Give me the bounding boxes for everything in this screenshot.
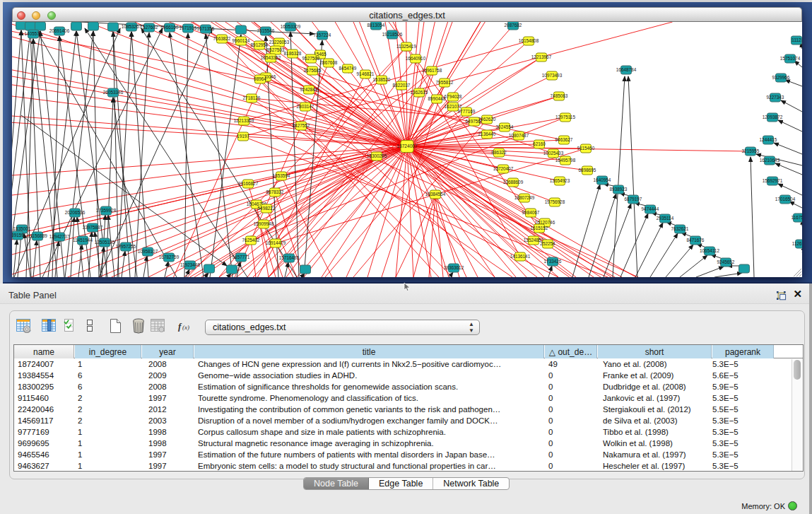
svg-text:26053346: 26053346 <box>103 90 124 95</box>
svg-text:19384554: 19384554 <box>425 192 446 197</box>
svg-text:18300295: 18300295 <box>367 153 387 158</box>
svg-text:8186328: 8186328 <box>284 51 302 56</box>
svg-text:12505135: 12505135 <box>95 240 115 245</box>
svg-text:9474444: 9474444 <box>642 206 659 211</box>
svg-text:2087682: 2087682 <box>505 23 522 28</box>
svg-text:6898695: 6898695 <box>579 168 596 173</box>
svg-text:33975887: 33975887 <box>83 225 103 230</box>
svg-text:18724007: 18724007 <box>396 144 418 148</box>
svg-text:16543362: 16543362 <box>261 55 281 60</box>
svg-text:15751074: 15751074 <box>780 56 801 61</box>
svg-text:13654923: 13654923 <box>550 178 570 183</box>
svg-text:9115460: 9115460 <box>577 146 595 151</box>
svg-text:1126753: 1126753 <box>792 241 802 246</box>
svg-text:1640954: 1640954 <box>594 177 611 182</box>
svg-text:16053309: 16053309 <box>281 24 301 29</box>
svg-text:6794028: 6794028 <box>445 94 462 99</box>
svg-text:20691406: 20691406 <box>49 28 70 33</box>
svg-text:1615152: 1615152 <box>531 226 548 230</box>
svg-text:8990448: 8990448 <box>428 96 446 101</box>
svg-text:7632621: 7632621 <box>671 226 689 231</box>
svg-text:17957255: 17957255 <box>116 244 136 249</box>
svg-text:8471676: 8471676 <box>687 238 705 243</box>
svg-text:18807249: 18807249 <box>514 195 535 200</box>
svg-text:8878332: 8878332 <box>266 189 284 194</box>
svg-text:8322037: 8322037 <box>393 83 411 88</box>
svg-text:7515546: 7515546 <box>257 28 275 33</box>
svg-text:9329966: 9329966 <box>772 75 790 80</box>
svg-text:9227343: 9227343 <box>767 95 784 100</box>
svg-text:9245652: 9245652 <box>717 259 735 264</box>
svg-text:1538520: 1538520 <box>373 77 391 82</box>
svg-text:16961758: 16961758 <box>422 68 442 73</box>
svg-text:17016504: 17016504 <box>775 197 796 201</box>
svg-text:3215955: 3215955 <box>742 148 760 153</box>
svg-text:9527503: 9527503 <box>267 47 285 52</box>
svg-text:10654112: 10654112 <box>700 248 719 253</box>
svg-text:6966160: 6966160 <box>161 25 179 30</box>
svg-text:6879197: 6879197 <box>625 197 642 201</box>
svg-text:15495798: 15495798 <box>555 158 576 163</box>
svg-text:2718126: 2718126 <box>243 95 261 100</box>
svg-text:1362615: 1362615 <box>411 90 428 95</box>
svg-text:7955812: 7955812 <box>436 80 454 85</box>
svg-text:2803147: 2803147 <box>297 104 314 109</box>
svg-text:98964: 98964 <box>254 76 266 81</box>
svg-text:16210643: 16210643 <box>760 158 780 163</box>
svg-text:17359928: 17359928 <box>96 208 117 213</box>
svg-text:8912954: 8912954 <box>251 42 269 47</box>
svg-text:886322: 886322 <box>491 150 507 155</box>
svg-text:116753: 116753 <box>792 215 802 220</box>
svg-text:62160: 62160 <box>533 141 546 146</box>
svg-text:9657771: 9657771 <box>233 255 250 259</box>
svg-text:9984067: 9984067 <box>522 210 540 215</box>
svg-text:10958107: 10958107 <box>138 249 158 254</box>
svg-text:14136141: 14136141 <box>510 254 531 259</box>
svg-text:16648784: 16648784 <box>616 67 637 72</box>
svg-text:15720407: 15720407 <box>493 166 514 171</box>
svg-text:9960124: 9960124 <box>233 38 250 43</box>
svg-text:15716485: 15716485 <box>279 255 300 260</box>
svg-text:15692971: 15692971 <box>763 178 783 183</box>
svg-text:16782759: 16782759 <box>159 255 180 259</box>
svg-text:19218506: 19218506 <box>382 32 403 37</box>
svg-text:10807487: 10807487 <box>509 133 529 138</box>
svg-text:11923446: 11923446 <box>180 262 200 267</box>
svg-text:19756928: 19756928 <box>545 199 565 204</box>
svg-text:5498222: 5498222 <box>258 206 276 211</box>
svg-text:16914479: 16914479 <box>266 240 286 245</box>
svg-text:1112: 1112 <box>792 37 801 42</box>
svg-text:12213967: 12213967 <box>531 54 552 59</box>
svg-text:(x): (x) <box>182 324 189 331</box>
svg-text:2136440: 2136440 <box>478 132 496 136</box>
svg-text:7663822: 7663822 <box>213 36 231 41</box>
svg-text:10973493: 10973493 <box>542 73 563 78</box>
svg-text:2867608: 2867608 <box>320 60 338 65</box>
svg-text:7625402: 7625402 <box>242 238 260 243</box>
svg-text:1527602: 1527602 <box>141 25 158 30</box>
svg-text:12093872: 12093872 <box>763 115 783 119</box>
svg-text:3024554: 3024554 <box>496 124 514 129</box>
svg-text:11325419: 11325419 <box>396 44 416 49</box>
svg-text:10025433: 10025433 <box>543 151 564 156</box>
svg-text:8938923: 8938923 <box>610 187 628 192</box>
svg-text:1405571: 1405571 <box>25 31 42 36</box>
svg-text:12213369: 12213369 <box>234 118 254 123</box>
svg-text:7462620: 7462620 <box>478 117 496 122</box>
svg-text:9463627: 9463627 <box>555 137 573 142</box>
svg-text:1621072: 1621072 <box>445 104 462 109</box>
svg-text:19166827: 19166827 <box>238 181 259 186</box>
svg-text:2935114: 2935114 <box>657 216 674 221</box>
svg-text:1244415: 1244415 <box>760 137 777 142</box>
svg-text:16154808: 16154808 <box>519 38 539 43</box>
svg-text:16640910: 16640910 <box>406 56 426 61</box>
svg-text:39159: 39159 <box>12 233 24 238</box>
svg-text:10688609: 10688609 <box>503 180 524 185</box>
svg-text:12942737: 12942737 <box>49 234 70 239</box>
svg-text:9242848: 9242848 <box>300 87 318 92</box>
svg-text:15909948: 15909948 <box>254 221 274 226</box>
svg-text:11451944: 11451944 <box>73 238 93 243</box>
svg-text:8454749: 8454749 <box>339 66 357 71</box>
svg-text:252254: 252254 <box>540 241 555 246</box>
svg-text:1353594: 1353594 <box>273 173 290 178</box>
